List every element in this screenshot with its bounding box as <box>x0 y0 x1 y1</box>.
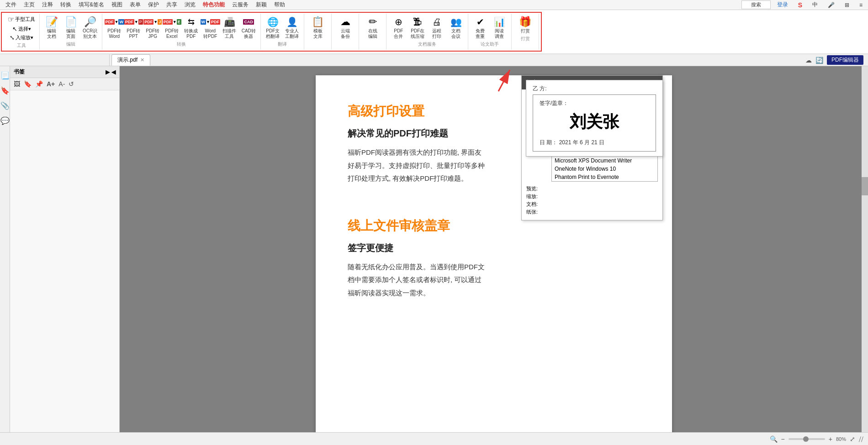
font-larger-btn[interactable]: A+ <box>46 80 56 88</box>
remote-print-btn[interactable]: 🖨 远程打印 <box>428 15 446 40</box>
online-edit-btn[interactable]: ✏ 在线编辑 <box>364 15 382 40</box>
pdf-to-ppt-btn[interactable]: PDF▼P PDF转PPT <box>124 15 143 40</box>
pro-translate-btn[interactable]: 👤 专业人工翻译 <box>283 15 301 40</box>
bookmark-add2-btn[interactable]: 📌 <box>34 80 44 88</box>
bookmark-refresh-btn[interactable]: ↺ <box>68 80 75 88</box>
menu-cloud[interactable]: 云服务 <box>228 0 252 10</box>
sidebar-expand-btn[interactable]: ▶ <box>106 69 110 75</box>
menu-convert[interactable]: 转换 <box>57 0 75 10</box>
edit-page-btn[interactable]: 📄 编辑页面 <box>62 15 80 40</box>
reading-btn[interactable]: 📊 阅读调查 <box>490 15 508 40</box>
select-tool-btn[interactable]: ↖ 选择▾ <box>11 25 32 33</box>
grid-icon[interactable]: ⊞ <box>841 1 853 9</box>
sidebar-left-icons: 📃 🔖 📎 💬 <box>0 66 10 445</box>
menu-file[interactable]: 文件 <box>2 0 20 10</box>
fit-page-btn[interactable]: 🔍 <box>770 435 778 443</box>
top-logo: S <box>794 0 806 10</box>
sign-yifang-label: 乙 方: <box>533 85 656 93</box>
printer-ms-xps[interactable]: Microsoft XPS Document Writer <box>552 157 657 165</box>
reading-icon: 📊 <box>493 16 506 28</box>
font-smaller-btn[interactable]: A- <box>58 80 66 88</box>
menu-help[interactable]: 帮助 <box>270 0 289 10</box>
scroll-bar[interactable] <box>862 66 868 435</box>
ocr-btn[interactable]: 🔎 OCR识别文本 <box>81 15 99 40</box>
printer-onenote[interactable]: OneNote for Windows 10 <box>552 165 657 173</box>
to-pdf-btn[interactable]: ⇆ 转换成PDF <box>182 15 200 40</box>
cad-btn[interactable]: CAD CAD转换器 <box>239 15 258 40</box>
section1-body: 福昕PDF阅读器拥有强大的打印功能, 界面友好易于学习。支持虚拟打印、批量打印等… <box>348 146 485 185</box>
cloud-sync2-icon: 🔄 <box>815 57 823 64</box>
section2: 线上文件审核盖章 签字更便捷 随着无纸化办公应用普及。当遇到使用PDF文档中需要… <box>348 217 640 309</box>
sidebar-toolbar: 🖼 🔖 📌 A+ A- ↺ <box>10 78 119 90</box>
docservice-label: 文档服务 <box>418 41 436 47</box>
online-edit-icon: ✏ <box>366 16 379 28</box>
ribbon-group-assistant: ✔ 免费查重 📊 阅读调查 论文助手 <box>468 14 512 50</box>
edit-doc-btn[interactable]: 📝 编辑文档 <box>42 15 61 40</box>
bookmark-icon[interactable]: 🔖 <box>0 85 11 96</box>
sign-date: 日 期： 2021 年 6 月 21 日 <box>540 139 649 147</box>
zoom-label: 缩放: <box>526 193 551 200</box>
pdf-editor-btn[interactable]: PDF编辑器 <box>827 55 863 65</box>
search-box[interactable]: 搜索 <box>741 0 771 9</box>
menu-share[interactable]: 共享 <box>163 0 181 10</box>
word-to-pdf-btn[interactable]: W▼PDF Word转PDF <box>201 15 219 40</box>
pdf-translate-btn[interactable]: 🌐 PDF文档翻译 <box>264 15 282 40</box>
menu-sign[interactable]: 填写&签名 <box>75 0 108 10</box>
zoom-tool-btn[interactable]: ⤡ 入缩放▾ <box>8 34 35 42</box>
to-pdf-icon: ⇆ <box>185 16 197 28</box>
cad-label: CAD转换器 <box>242 28 256 39</box>
ribbon-group-tools: ☞ 手型工具 ↖ 选择▾ ⤡ 入缩放▾ 工具 <box>4 14 40 50</box>
section1-title: 高级打印设置 <box>348 103 485 120</box>
cloud-btn[interactable]: ☁ 云端备份 <box>336 15 355 40</box>
page-thumb-icon[interactable]: 📃 <box>0 70 11 81</box>
word-pdf-icon: W▼PDF <box>204 16 217 28</box>
expand-btn[interactable]: ⤢ <box>850 435 855 443</box>
ribbon-group-docservice: ⊕ PDF合并 🗜 PDF在线压缩 🖨 远程打印 👥 文档会议 文档服务 <box>386 14 468 50</box>
menu-annotate[interactable]: 注释 <box>38 0 57 10</box>
menu-home[interactable]: 主页 <box>20 0 38 10</box>
tab-close-btn[interactable]: ✕ <box>140 57 144 63</box>
sidebar-collapse-btn[interactable]: ◀ <box>111 69 116 75</box>
login-btn[interactable]: 登录 <box>773 0 792 10</box>
bookmark-add1-btn[interactable]: 🔖 <box>23 80 32 88</box>
menu-view[interactable]: 视图 <box>108 0 126 10</box>
zoom-slider-thumb[interactable] <box>803 436 809 442</box>
zoom-icon: ⤡ <box>10 34 15 41</box>
doc-meeting-btn[interactable]: 👥 文档会议 <box>447 15 465 40</box>
remote-print-label: 远程打印 <box>432 28 441 39</box>
pdf-merge-btn[interactable]: ⊕ PDF合并 <box>389 15 408 40</box>
hand-label: 手型工具 <box>15 16 35 23</box>
menu-protect[interactable]: 保护 <box>144 0 163 10</box>
scan-btn[interactable]: 📠 扫描件工具 <box>220 15 238 40</box>
menu-form[interactable]: 表单 <box>126 0 144 10</box>
menu-special[interactable]: 特色功能 <box>199 0 228 10</box>
template-btn[interactable]: 📋 模板文库 <box>309 15 327 40</box>
attachment-icon[interactable]: 📎 <box>0 100 11 111</box>
comment-icon[interactable]: 💬 <box>0 115 11 126</box>
menu-bar: 文件 主页 注释 转换 填写&签名 视图 表单 保护 共享 浏览 特色功能 云服… <box>0 0 868 10</box>
tab-demo[interactable]: 演示.pdf ✕ <box>111 54 150 66</box>
pdf-to-word-btn[interactable]: PDF▼W PDF转Word <box>105 15 123 40</box>
zoom-plus-btn[interactable]: + <box>829 435 832 443</box>
tab-bar: 演示.pdf ✕ ☁ 🔄 PDF编辑器 <box>0 54 868 66</box>
scroll-thumb[interactable] <box>862 177 868 195</box>
hand-tool-btn[interactable]: ☞ 手型工具 <box>6 15 37 24</box>
sign-label: 签字/盖章： <box>540 99 649 107</box>
mic-icon[interactable]: 🎤 <box>824 1 838 9</box>
zoom-slider[interactable] <box>789 438 825 440</box>
svg-line-1 <box>498 70 510 91</box>
zoom-minus-btn[interactable]: − <box>781 435 785 443</box>
menu-icon[interactable]: ≡ <box>856 1 866 9</box>
printer-phantom-evernote[interactable]: Phantom Print to Evernote <box>552 173 657 181</box>
free-check-btn[interactable]: ✔ 免费查重 <box>471 15 489 40</box>
pdf-to-jpg-btn[interactable]: PDF▼J PDF转JPG <box>143 15 162 40</box>
compress-btn[interactable]: 🗜 PDF在线压缩 <box>408 15 427 40</box>
pdf-to-excel-btn[interactable]: PDF▼E PDF转Excel <box>163 15 181 40</box>
bookmark-add-img-btn[interactable]: 🖼 <box>13 80 21 88</box>
print-reward-btn[interactable]: 🎁 打赏 <box>516 15 535 35</box>
menu-browse[interactable]: 浏览 <box>181 0 199 10</box>
ribbon-group-convert: PDF▼W PDF转Word PDF▼P PDF转PPT PDF▼J PDF转J… <box>102 14 261 50</box>
menu-rewards[interactable]: 新颖 <box>252 0 270 10</box>
ribbon-group-print: 🎁 打赏 打赏 <box>512 14 539 50</box>
lang-icon[interactable]: 中 <box>809 0 821 10</box>
